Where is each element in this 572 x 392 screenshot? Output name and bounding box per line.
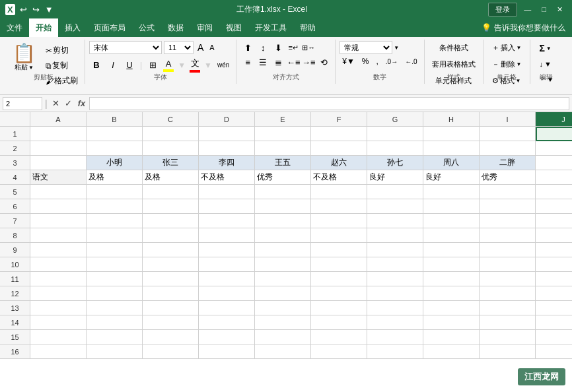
cell-B3[interactable]: 小明 [87,156,143,170]
cell-C2[interactable] [143,141,199,156]
menu-item-help[interactable]: 帮助 [293,18,322,37]
formula-input[interactable] [89,97,569,110]
cell-C15[interactable] [143,330,199,344]
cell-J11[interactable] [536,272,572,286]
cell-J16[interactable] [536,344,572,359]
cell-A6[interactable] [30,199,87,214]
cell-C14[interactable] [143,315,199,330]
cell-G16[interactable] [367,344,423,359]
cell-G10[interactable] [367,257,423,272]
cell-F10[interactable] [311,257,367,272]
cell-H4[interactable]: 良好 [423,170,480,185]
cell-A4[interactable]: 语文 [30,170,87,185]
cell-I4[interactable]: 优秀 [480,170,536,185]
cell-I2[interactable] [480,141,536,156]
align-left-button[interactable]: ≡ [240,55,255,69]
login-button[interactable]: 登录 [488,3,517,16]
cell-J5[interactable] [536,185,572,199]
cell-C13[interactable] [143,301,199,315]
cell-H11[interactable] [423,272,480,286]
cell-H14[interactable] [423,315,480,330]
menu-item-dev[interactable]: 开发工具 [248,18,293,37]
percent-button[interactable]: % [359,55,372,67]
cell-A7[interactable] [30,214,87,228]
col-header-H[interactable]: H [423,112,480,126]
cell-C6[interactable] [143,199,199,214]
cell-J13[interactable] [536,301,572,315]
cell-E13[interactable] [255,301,311,315]
cell-E14[interactable] [255,315,311,330]
cell-A9[interactable] [30,243,87,257]
col-header-G[interactable]: G [367,112,423,126]
cell-F14[interactable] [311,315,367,330]
row-header-15[interactable]: 15 [0,330,30,344]
cell-F6[interactable] [311,199,367,214]
number-format-select[interactable]: 常规 [340,41,392,54]
cell-H7[interactable] [423,214,480,228]
cell-G7[interactable] [367,214,423,228]
cell-F15[interactable] [311,330,367,344]
cell-E1[interactable] [255,127,311,141]
cell-I7[interactable] [480,214,536,228]
cell-F2[interactable] [311,141,367,156]
cell-G15[interactable] [367,330,423,344]
cell-E4[interactable]: 优秀 [255,170,311,185]
cell-F9[interactable] [311,243,367,257]
search-tell[interactable]: 💡 告诉我你想要做什么 [475,18,572,37]
cell-J2[interactable] [536,141,572,156]
cell-C9[interactable] [143,243,199,257]
undo-button[interactable]: ↩ [18,3,29,16]
cell-H3[interactable]: 周八 [423,156,480,170]
cell-J3[interactable] [536,156,572,170]
sum-button[interactable]: Σ ▼ [534,41,558,55]
menu-item-data[interactable]: 数据 [161,18,190,37]
cell-A13[interactable] [30,301,87,315]
cell-A2[interactable] [30,141,87,156]
cell-B6[interactable] [87,199,143,214]
cell-A8[interactable] [30,228,87,243]
cell-G9[interactable] [367,243,423,257]
cell-H15[interactable] [423,330,480,344]
cell-I15[interactable] [480,330,536,344]
cell-I1[interactable] [480,127,536,141]
cell-H13[interactable] [423,301,480,315]
cell-H9[interactable] [423,243,480,257]
row-header-16[interactable]: 16 [0,344,30,359]
cell-D6[interactable] [199,199,255,214]
cell-J7[interactable] [536,214,572,228]
font-name-select[interactable]: 宋体 [89,41,162,54]
cell-I12[interactable] [480,286,536,301]
wrap-text-button[interactable]: ≡↵ [286,41,301,54]
cell-B1[interactable] [87,127,143,141]
cell-F7[interactable] [311,214,367,228]
row-header-13[interactable]: 13 [0,301,30,315]
cell-F1[interactable] [311,127,367,141]
cell-I14[interactable] [480,315,536,330]
cell-E11[interactable] [255,272,311,286]
row-header-12[interactable]: 12 [0,286,30,301]
col-header-F[interactable]: F [311,112,367,126]
menu-item-formula[interactable]: 公式 [132,18,161,37]
menu-item-view[interactable]: 视图 [219,18,248,37]
cell-I9[interactable] [480,243,536,257]
cell-I8[interactable] [480,228,536,243]
col-header-J[interactable]: J [536,112,572,126]
row-header-4[interactable]: 4 [0,170,30,185]
cell-C8[interactable] [143,228,199,243]
font-color-button[interactable]: 文 [188,56,201,74]
cell-D1[interactable] [199,127,255,141]
cell-H2[interactable] [423,141,480,156]
close-button[interactable]: ✕ [553,4,567,15]
cell-D4[interactable]: 不及格 [199,170,255,185]
cell-B4[interactable]: 及格 [87,170,143,185]
cell-E12[interactable] [255,286,311,301]
redo-button[interactable]: ↪ [30,3,42,16]
row-header-10[interactable]: 10 [0,257,30,272]
cell-D13[interactable] [199,301,255,315]
minimize-button[interactable]: — [520,4,535,15]
col-header-B[interactable]: B [87,112,143,126]
cell-A1[interactable] [30,127,87,141]
decimal-increase-button[interactable]: .0→ [383,57,400,67]
cell-H12[interactable] [423,286,480,301]
cell-D7[interactable] [199,214,255,228]
